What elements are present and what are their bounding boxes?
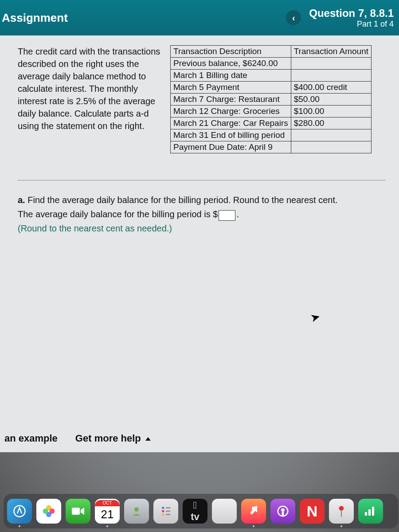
svg-point-16	[339, 506, 344, 511]
svg-rect-18	[365, 512, 367, 516]
svg-point-14	[281, 509, 285, 512]
rounding-hint: (Round to the nearest cent as needed.)	[18, 221, 386, 235]
section-divider	[18, 180, 386, 180]
photos-icon[interactable]	[36, 499, 61, 524]
table-row: March 1 Billing date	[171, 70, 372, 82]
music-icon[interactable]	[241, 499, 266, 524]
table-header-description: Transaction Description	[171, 46, 291, 58]
prev-question-button[interactable]: ‹	[286, 10, 301, 25]
calendar-icon[interactable]: OCT 21	[95, 499, 120, 524]
transaction-table: Transaction Description Transaction Amou…	[170, 45, 372, 153]
app-store-icon[interactable]	[7, 499, 32, 524]
table-row: March 12 Charge: Groceries$100.00	[171, 106, 372, 117]
svg-rect-19	[368, 509, 371, 516]
assignment-title: Assignment	[0, 11, 68, 25]
table-row: March 21 Charge: Car Repairs$280.00	[171, 117, 372, 129]
contacts-icon[interactable]	[124, 499, 149, 524]
assignment-header: Assignment ‹ Question 7, 8.8.1 Part 1 of…	[0, 0, 399, 35]
part-a: a. Find the average daily balance for th…	[18, 193, 386, 235]
pin-app-icon[interactable]	[329, 499, 354, 524]
mouse-cursor-icon: ➤	[309, 309, 321, 325]
apple-tv-icon[interactable]: tv	[183, 499, 207, 524]
svg-point-4	[43, 509, 48, 514]
help-footer: an example Get more help	[0, 425, 155, 452]
get-more-help-link[interactable]: Get more help	[75, 433, 151, 444]
table-row: March 31 End of billing period	[171, 129, 372, 141]
question-number: Question 7, 8.8.1	[309, 7, 394, 20]
calendar-day: 21	[101, 506, 114, 522]
problem-statement: The credit card with the transactions de…	[18, 45, 164, 132]
question-part: Part 1 of 4	[309, 20, 394, 29]
answer-sentence-prefix: The average daily balance for the billin…	[18, 209, 218, 219]
svg-rect-5	[72, 508, 80, 515]
view-example-link[interactable]: an example	[4, 433, 58, 444]
table-row: Payment Due Date: April 9	[171, 141, 372, 153]
svg-point-7	[162, 507, 164, 509]
reminders-icon[interactable]	[153, 499, 178, 524]
svg-rect-15	[282, 512, 284, 516]
macos-dock: OCT 21 tv N	[4, 494, 398, 528]
part-a-label: a.	[18, 195, 25, 205]
svg-rect-20	[372, 507, 374, 516]
generic-app-icon[interactable]	[212, 499, 237, 524]
caret-up-icon	[145, 437, 151, 441]
question-content: The credit card with the transactions de…	[0, 35, 399, 452]
facetime-icon[interactable]	[66, 499, 90, 524]
svg-point-8	[162, 510, 164, 512]
table-row: Previous balance, $6240.00	[171, 58, 372, 70]
calendar-month: OCT	[95, 500, 120, 506]
table-row: March 5 Payment$400.00 credit	[171, 82, 372, 94]
part-a-prompt: Find the average daily balance for the b…	[25, 195, 338, 205]
table-header-amount: Transaction Amount	[291, 46, 371, 58]
stats-app-icon[interactable]	[358, 499, 383, 524]
svg-point-9	[162, 513, 164, 516]
svg-point-6	[134, 507, 139, 512]
answer-input[interactable]	[219, 210, 235, 221]
answer-sentence-suffix: .	[236, 209, 239, 219]
table-row: March 7 Charge: Restaurant$50.00	[171, 94, 372, 106]
question-info: Question 7, 8.8.1 Part 1 of 4	[309, 7, 394, 29]
svg-rect-17	[341, 510, 342, 517]
n-app-icon[interactable]: N	[300, 499, 325, 524]
podcasts-icon[interactable]	[270, 499, 295, 524]
